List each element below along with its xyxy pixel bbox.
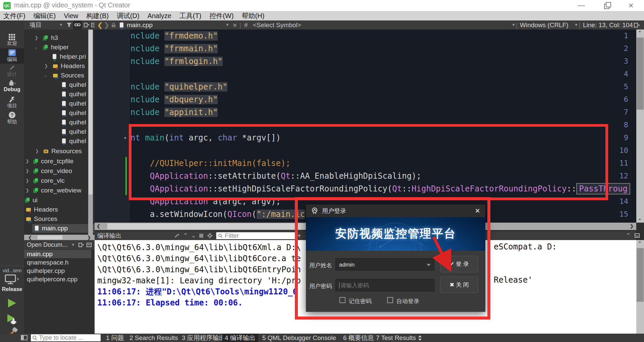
chevron-right-icon[interactable]: ❯ — [25, 186, 29, 195]
close-panel-icon[interactable] — [87, 243, 92, 247]
open-doc-item[interactable]: quihelpercore.cpp — [24, 275, 91, 283]
symbol-selector[interactable]: <Select Symbol> — [253, 20, 301, 30]
menu-build[interactable]: 构建(B) — [86, 11, 109, 20]
scrollbar-thumb[interactable] — [637, 38, 644, 110]
menu-tools[interactable]: 工具(T) — [179, 11, 202, 20]
code-line: nclude "frmlogin.h" — [130, 55, 223, 68]
chevron-right-icon[interactable]: ❯ — [44, 62, 48, 70]
chevron-down-icon[interactable]: ▼ — [225, 20, 229, 30]
mode-projects[interactable]: 项目 — [0, 95, 24, 111]
chevron-right-icon[interactable]: ❯ — [25, 176, 29, 185]
chevron-down-icon[interactable]: ▼ — [71, 240, 75, 249]
scrollbar-thumb[interactable] — [38, 235, 62, 239]
split-icon[interactable] — [78, 243, 84, 247]
tab-issues[interactable]: 1 问题 — [103, 334, 127, 342]
run-button[interactable] — [7, 298, 17, 309]
menu-debug[interactable]: 调试(D) — [117, 11, 140, 20]
chevron-down-icon[interactable]: ⌄ — [44, 71, 47, 80]
forward-icon[interactable]: ❯ — [104, 20, 109, 30]
chevron-down-icon[interactable]: ▼ — [59, 20, 63, 30]
code-line: nclude "appinit.h" — [130, 106, 218, 119]
bug-icon — [8, 80, 16, 87]
open-doc-item[interactable]: quihelper.cpp — [24, 267, 91, 275]
menu-analyze[interactable]: Analyze — [148, 12, 171, 20]
prev-item-icon[interactable]: ⌃ — [183, 231, 188, 240]
popout-panel-icon[interactable] — [635, 233, 640, 238]
menu-file[interactable]: 文件(F) — [3, 11, 25, 20]
tab-test-results[interactable]: 7 Test Results — [373, 334, 419, 342]
mode-welcome[interactable]: 欢迎 — [0, 33, 24, 48]
scroll-left-icon[interactable]: ❮ — [28, 235, 32, 240]
project-icon — [33, 168, 39, 174]
mode-design[interactable]: 设计 — [0, 64, 24, 79]
scroll-right-icon[interactable]: ❯ — [630, 224, 634, 229]
scrollbar-thumb[interactable] — [637, 248, 644, 302]
tree-item-selected[interactable]: main.cpp — [32, 224, 95, 233]
run-target-button[interactable] — [5, 274, 19, 286]
open-doc-item[interactable]: qnamespace.h — [24, 258, 91, 267]
locator-input[interactable]: Type to locate ... — [31, 334, 101, 341]
sources-folder-icon — [26, 216, 32, 222]
tab-application-output[interactable]: 3 应用程序输出 — [179, 334, 228, 342]
close-document-icon[interactable]: × — [233, 20, 237, 30]
mode-debug[interactable]: Debug — [0, 79, 24, 95]
mode-edit[interactable]: 编辑 — [0, 48, 24, 64]
encoding-selector[interactable]: Windows (CRLF) — [520, 20, 569, 30]
chevron-down-icon[interactable]: ▼ — [574, 20, 578, 30]
line-number: 14 — [608, 195, 628, 208]
collapse-panel-icon[interactable]: ⌃ — [626, 231, 631, 240]
project-panel-title[interactable]: 项目 — [30, 20, 42, 30]
scroll-down-icon[interactable]: ⌄ — [638, 216, 642, 221]
mode-help[interactable]: ? 帮助 — [0, 111, 24, 126]
sidebar-toggle-icon[interactable] — [21, 335, 28, 340]
tree-vertical-scrollbar[interactable] — [88, 30, 93, 235]
scroll-left-icon[interactable]: ❮ — [97, 224, 100, 229]
back-icon[interactable]: ❮ — [97, 20, 103, 30]
split-icon[interactable] — [84, 23, 89, 27]
open-doc-item[interactable]: main.cpp — [24, 250, 91, 258]
split-editor-icon[interactable] — [634, 23, 640, 27]
breadcrumb-file[interactable]: main.cpp — [127, 20, 153, 30]
output-filter-input[interactable]: Filter — [216, 232, 295, 239]
menu-widgets[interactable]: 控件(W) — [209, 11, 233, 20]
gear-icon[interactable] — [207, 233, 213, 238]
close-button[interactable]: × — [623, 1, 639, 10]
output-line: \Qt\Qt6\6.3.0\mingw_64\lib\libQt6EntryPo… — [97, 264, 301, 275]
filter-icon[interactable] — [66, 22, 72, 27]
line-number: 2 — [608, 42, 628, 55]
open-documents-title[interactable]: Open Docum... — [27, 240, 67, 249]
chevron-right-icon[interactable]: ❯ — [25, 157, 29, 166]
chevron-right-icon[interactable]: ❯ — [35, 34, 38, 42]
chevron-right-icon[interactable]: ❯ — [25, 167, 29, 175]
scroll-up-icon[interactable]: ⌃ — [638, 30, 642, 35]
debug-run-button[interactable] — [7, 314, 18, 327]
sync-with-editor-button[interactable] — [73, 20, 82, 30]
cpp-file-icon — [62, 120, 67, 125]
scroll-right-icon[interactable]: ❯ — [87, 235, 91, 240]
tab-summary[interactable]: 6 概要信息 — [340, 334, 377, 342]
editor-toolbar: ❮ ❯ main.cpp ▼ × | # <Select Symbol> ▼ |… — [95, 20, 644, 30]
fold-arrow-icon[interactable]: ▾ — [124, 135, 126, 140]
scroll-up-icon[interactable]: ⌃ — [638, 241, 642, 246]
tab-qml-debugger[interactable]: 5 QML Debugger Console — [260, 334, 339, 342]
scrollbar-thumb[interactable] — [89, 30, 93, 194]
chevron-down-icon[interactable]: ▼ — [512, 20, 516, 30]
stop-icon[interactable] — [199, 234, 203, 238]
menu-edit[interactable]: 编辑(E) — [34, 11, 56, 20]
tree-horizontal-scrollbar[interactable]: ❮ ❯ — [24, 235, 95, 240]
menu-help[interactable]: 帮助(H) — [242, 11, 265, 20]
editor-vertical-scrollbar[interactable]: ⌃ ⌄ — [636, 30, 644, 223]
restore-button[interactable] — [599, 1, 614, 10]
chevron-down-icon[interactable]: ⌄ — [34, 43, 38, 52]
clean-broom-icon[interactable] — [174, 233, 180, 238]
tab-search-results[interactable]: 2 Search Results — [127, 334, 181, 342]
minimize-button[interactable]: — — [574, 1, 589, 10]
line-number: 3 — [608, 55, 628, 68]
open-documents-header: Open Docum... ▼ — [24, 240, 95, 249]
chevron-right-icon[interactable]: ❯ — [35, 147, 39, 156]
output-vertical-scrollbar[interactable]: ⌃ — [636, 240, 644, 334]
tab-compile-output[interactable]: 4 编译输出 — [222, 334, 258, 342]
next-item-icon[interactable]: ⌄ — [191, 231, 196, 240]
menu-view[interactable]: View — [64, 12, 78, 20]
panel-updown-icon[interactable] — [418, 335, 422, 341]
